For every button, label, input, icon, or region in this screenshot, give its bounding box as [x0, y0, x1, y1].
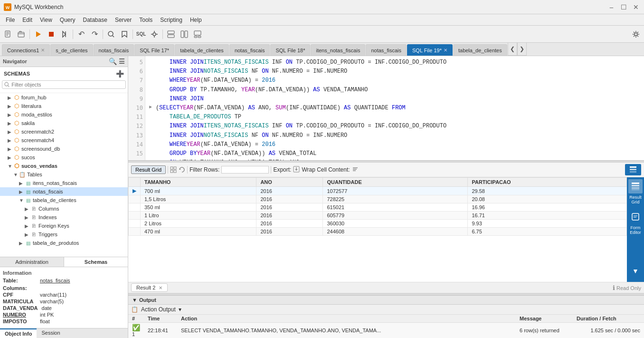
tab-sql-file-19[interactable]: SQL File 19* ✕ [407, 44, 453, 56]
toolbar-config[interactable] [148, 28, 161, 40]
filter-input[interactable] [11, 82, 123, 87]
menu-view[interactable]: View [36, 16, 56, 24]
tab-connections1[interactable]: Connections1 ✕ [2, 44, 50, 56]
schema-screenmatch4[interactable]: ▶ ⬡ screenmatch4 [0, 136, 128, 145]
fold-8[interactable] [149, 86, 155, 93]
close-button[interactable]: ✕ [632, 3, 640, 11]
fold-13[interactable] [149, 131, 155, 139]
info-table-name[interactable]: notas_fiscais [40, 278, 70, 283]
tab-sql-file-19-close[interactable]: ✕ [444, 48, 447, 53]
tab-nav-right[interactable]: ❯ [517, 43, 527, 56]
schema-sucos[interactable]: ▶ ⬡ sucos [0, 153, 128, 162]
toolbar-redo[interactable]: ↷ [88, 28, 101, 40]
filter-box[interactable] [2, 80, 126, 89]
toolbar-layout1[interactable] [165, 28, 177, 40]
tab-session[interactable]: Session [37, 328, 65, 338]
schema-screenmatch2[interactable]: ▶ ⬡ screenmatch2 [0, 127, 128, 136]
fold-10[interactable]: ► [149, 104, 155, 111]
menu-help[interactable]: Help [186, 16, 206, 24]
col-header-tamanho[interactable]: TAMANHO [141, 178, 256, 187]
result-grid-btn[interactable]: Result Grid [131, 165, 166, 174]
menu-query[interactable]: Query [56, 16, 79, 24]
fold-11[interactable] [149, 113, 155, 120]
schemas-action-icon[interactable]: ➕ [116, 70, 124, 77]
rsb-form-editor-btn[interactable] [628, 210, 643, 224]
tab-itens-notas-fiscais[interactable]: itens_notas_fiscais [311, 44, 365, 56]
toolbar-bookmarks[interactable] [118, 28, 131, 40]
toolbar-stop[interactable] [45, 28, 57, 40]
menu-file[interactable]: File [2, 16, 19, 24]
result-refresh-icon[interactable] [179, 166, 185, 173]
result-grid-sidebar-icon[interactable] [625, 164, 641, 175]
fold-16[interactable] [149, 158, 155, 160]
tree-tables[interactable]: ▼ 📋 Tables [0, 170, 128, 179]
tab-notas-fiscais-1[interactable]: notas_fiscais [94, 44, 134, 56]
tree-triggers[interactable]: ▶ 🖹 Triggers [0, 230, 128, 239]
tab-object-info[interactable]: Object Info [0, 328, 37, 338]
maximize-button[interactable]: ☐ [619, 3, 628, 11]
tab-notas-fiscais-3[interactable]: notas_fiscais [366, 44, 407, 56]
menu-edit[interactable]: Edit [19, 16, 36, 24]
table-tabela-de-produtos[interactable]: ▶ ▤ tabela_de_produtos [0, 239, 128, 247]
toolbar-execute[interactable] [32, 28, 44, 40]
tab-sql-file-18[interactable]: SQL File 18* [270, 44, 310, 56]
fold-14[interactable] [149, 140, 155, 148]
navigator-expand-icon[interactable]: ☰ [119, 58, 125, 65]
tree-indexes[interactable]: ▶ 🖹 Indexes [0, 213, 128, 222]
gear-icon[interactable] [630, 28, 642, 40]
navigator-search-icon[interactable]: 🔍 [109, 58, 117, 65]
tab-nav-left[interactable]: ❮ [508, 43, 517, 56]
col-header-quantidade[interactable]: QUANTIDADE [323, 178, 468, 187]
sql-code-area[interactable]: INNER JOIN ITENS_NOTAS_FISCAIS INF ON TP… [145, 56, 644, 160]
schema-forum-hub[interactable]: ▶ ⬡ forum_hub [0, 93, 128, 102]
action-output-dropdown[interactable]: ▾ [179, 306, 181, 313]
fold-15[interactable] [149, 149, 155, 157]
toolbar-search[interactable] [105, 28, 117, 40]
tab-s-de-clientes[interactable]: s_de_clientes [50, 44, 93, 56]
table-itens-notas-fiscais[interactable]: ▶ ▤ itens_notas_fiscais [0, 179, 128, 187]
toolbar-explain[interactable] [58, 28, 71, 40]
minimize-button[interactable]: ‒ [607, 3, 616, 11]
rsb-result-grid-btn[interactable] [628, 179, 643, 193]
toolbar-undo[interactable]: ↶ [75, 28, 87, 40]
output-expand-icon[interactable]: ▼ [132, 297, 137, 303]
tree-columns[interactable]: ▶ 🖹 Columns [0, 204, 128, 213]
tab-connections1-close[interactable]: ✕ [41, 48, 45, 53]
schema-moda-estilos[interactable]: ▶ ⬡ moda_estilos [0, 110, 128, 119]
filter-rows-input[interactable] [221, 166, 269, 174]
fold-5[interactable] [149, 58, 155, 66]
table-tabela-de-clientes[interactable]: ▼ ▤ tabela_de_clientes [0, 196, 128, 204]
col-header-participacao[interactable]: PARTICIPACAO [468, 178, 627, 187]
result-tab-2[interactable]: Result 2 ✕ [131, 283, 168, 292]
toolbar-format[interactable]: SQL [135, 28, 147, 40]
tab-administration[interactable]: Administration [0, 257, 64, 267]
schema-screensound-db[interactable]: ▶ ⬡ screensound_db [0, 145, 128, 153]
fold-9[interactable] [149, 95, 155, 102]
tree-foreign-keys[interactable]: ▶ 🖹 Foreign Keys [0, 222, 128, 230]
col-header-ano[interactable]: ANO [256, 178, 323, 187]
result-tab-2-close[interactable]: ✕ [159, 285, 162, 290]
fold-6[interactable] [149, 67, 155, 75]
schema-literalura[interactable]: ▶ ⬡ literalura [0, 102, 128, 110]
fold-12[interactable] [149, 122, 155, 129]
tab-tabela-de-clientes-2[interactable]: tabela_de_clientes [453, 44, 507, 56]
toolbar-layout3[interactable] [191, 28, 204, 40]
menu-server[interactable]: Server [111, 16, 135, 24]
tab-notas-fiscais-2[interactable]: notas_fiscais [229, 44, 270, 56]
tab-schemas[interactable]: Schemas [64, 257, 128, 267]
toolbar-new[interactable] [2, 28, 14, 40]
menu-database[interactable]: Database [79, 16, 111, 24]
wrap-cell-icon[interactable] [352, 166, 359, 174]
rsb-down-btn[interactable]: ▼ [628, 264, 643, 278]
schema-sakila[interactable]: ▶ ⬡ sakila [0, 119, 128, 127]
toolbar-layout2[interactable] [178, 28, 190, 40]
fold-7[interactable] [149, 76, 155, 84]
table-notas-fiscais[interactable]: ▶ ▤ notas_fiscais [0, 187, 128, 196]
export-icon[interactable] [293, 166, 300, 174]
schema-sucos-vendas[interactable]: ▼ ⬡ sucos_vendas [0, 162, 128, 170]
menu-scripting[interactable]: Scripting [156, 16, 186, 24]
toolbar-open[interactable] [15, 28, 28, 40]
tab-tabela-de-clientes-1[interactable]: tabela_de_clientes [175, 44, 229, 56]
menu-tools[interactable]: Tools [135, 16, 156, 24]
tab-sql-file-17[interactable]: SQL File 17* [134, 44, 174, 56]
